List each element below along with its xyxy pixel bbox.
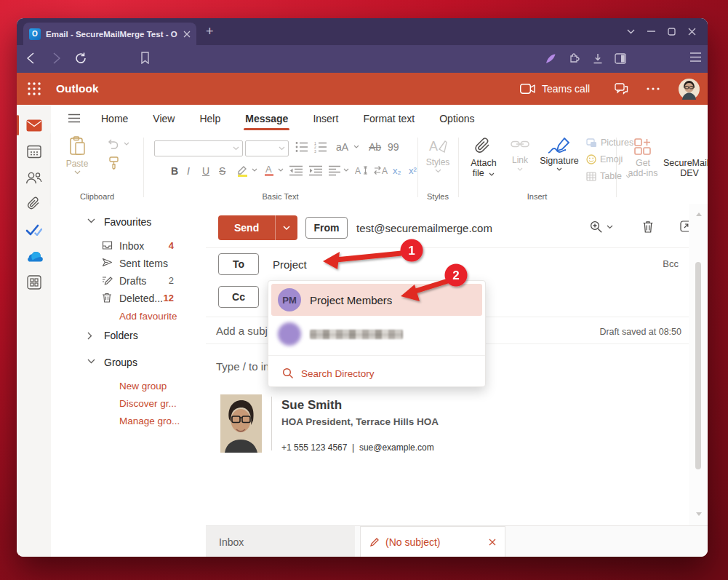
to-input-value[interactable]: Project bbox=[273, 258, 307, 271]
folder-pane-toggle-icon[interactable] bbox=[68, 114, 81, 123]
cc-button[interactable]: Cc bbox=[218, 286, 259, 308]
bullet-list-icon[interactable] bbox=[295, 141, 308, 153]
increase-indent-icon[interactable] bbox=[309, 165, 322, 176]
rail-more-apps-icon[interactable] bbox=[17, 269, 51, 295]
bold-button[interactable]: B bbox=[171, 165, 178, 177]
rail-todo-icon[interactable] bbox=[17, 217, 51, 243]
scroll-down-icon[interactable] bbox=[696, 512, 702, 516]
folder-drafts[interactable]: Drafts bbox=[119, 275, 146, 287]
extensions-icon[interactable] bbox=[568, 53, 580, 65]
highlight-color-button[interactable] bbox=[236, 164, 249, 177]
video-camera-icon[interactable] bbox=[520, 84, 535, 94]
align-button[interactable] bbox=[329, 165, 340, 176]
account-avatar[interactable] bbox=[679, 79, 700, 100]
underline-button[interactable]: U bbox=[202, 165, 209, 177]
compose-scrollbar[interactable] bbox=[689, 204, 708, 525]
suggestion-redacted-contact[interactable] bbox=[271, 318, 482, 350]
app-launcher-waffle-icon[interactable] bbox=[27, 82, 41, 96]
attach-file-button[interactable]: Attachfile bbox=[465, 138, 502, 178]
tab-view[interactable]: View bbox=[151, 110, 176, 127]
add-favourite-link[interactable]: Add favourite bbox=[119, 311, 177, 322]
forward-icon[interactable] bbox=[50, 52, 62, 64]
discard-trash-icon[interactable] bbox=[642, 221, 654, 233]
rail-people-icon[interactable] bbox=[17, 164, 51, 191]
rail-attachments-icon[interactable] bbox=[17, 191, 51, 217]
search-directory-item[interactable]: Search Directory bbox=[271, 357, 482, 389]
zoom-chevron-icon[interactable] bbox=[607, 225, 613, 229]
securemailmerge-addin-button[interactable]: SecureMailMeDEV bbox=[663, 158, 708, 178]
tab-home[interactable]: Home bbox=[100, 110, 129, 127]
back-icon[interactable] bbox=[25, 52, 37, 64]
outlook-brand[interactable]: Outlook bbox=[56, 82, 99, 95]
discover-groups-link[interactable]: Discover gr... bbox=[119, 398, 177, 409]
bcc-toggle[interactable]: Bcc bbox=[663, 258, 679, 269]
more-options-icon[interactable] bbox=[647, 87, 660, 90]
draft-bottom-tab[interactable]: (No subject) bbox=[360, 526, 505, 557]
bookmark-icon[interactable] bbox=[140, 52, 150, 64]
undo-button[interactable] bbox=[106, 139, 119, 149]
reload-icon[interactable] bbox=[75, 52, 87, 64]
link-button[interactable]: Link bbox=[506, 139, 534, 171]
tab-insert[interactable]: Insert bbox=[311, 110, 340, 127]
sidebar-icon[interactable] bbox=[615, 53, 626, 64]
folder-inbox[interactable]: Inbox bbox=[119, 240, 144, 252]
decrease-indent-icon[interactable] bbox=[289, 165, 303, 176]
text-direction-icon[interactable]: A bbox=[374, 164, 388, 176]
numbered-list-icon[interactable]: 123 bbox=[314, 141, 327, 153]
tab-help[interactable]: Help bbox=[198, 110, 222, 127]
rail-onedrive-icon[interactable] bbox=[17, 243, 51, 269]
folders-header[interactable]: Folders bbox=[104, 330, 138, 341]
strikethrough-button[interactable]: S bbox=[219, 165, 225, 177]
tab-message[interactable]: Message bbox=[244, 110, 289, 127]
emoji-button[interactable]: Emoji bbox=[586, 154, 623, 164]
message-body-placeholder[interactable]: Type / to ins bbox=[216, 360, 275, 373]
window-minimize-icon[interactable] bbox=[641, 22, 661, 41]
draft-tab-close-icon[interactable] bbox=[489, 539, 496, 546]
clear-formatting-button[interactable]: Ab bbox=[369, 141, 381, 153]
new-group-link[interactable]: New group bbox=[119, 381, 167, 392]
rail-mail-icon[interactable] bbox=[17, 112, 51, 138]
chat-icon[interactable] bbox=[615, 83, 628, 95]
subscript-button[interactable]: x₂ bbox=[393, 165, 401, 176]
groups-header[interactable]: Groups bbox=[104, 357, 137, 368]
to-button[interactable]: To bbox=[218, 253, 259, 275]
signature-button[interactable]: Signature bbox=[537, 136, 582, 171]
browser-menu-icon[interactable] bbox=[689, 52, 702, 63]
send-options-chevron-icon[interactable] bbox=[276, 215, 297, 240]
align-chevron-icon[interactable] bbox=[343, 168, 349, 172]
favourites-header[interactable]: Favourites bbox=[104, 216, 151, 228]
rail-calendar-icon[interactable] bbox=[17, 138, 51, 164]
inbox-bottom-tab[interactable]: Inbox bbox=[206, 526, 355, 557]
line-spacing-icon[interactable]: A bbox=[355, 164, 368, 176]
window-menu-chevron-icon[interactable] bbox=[620, 22, 641, 41]
manage-groups-link[interactable]: Manage gro... bbox=[119, 416, 180, 426]
folders-expand-icon[interactable] bbox=[87, 332, 92, 340]
superscript-button[interactable]: x² bbox=[409, 165, 417, 176]
from-button[interactable]: From bbox=[305, 217, 348, 239]
new-tab-button[interactable]: + bbox=[206, 24, 214, 39]
window-close-icon[interactable] bbox=[681, 22, 702, 41]
scrollbar-thumb[interactable] bbox=[695, 262, 701, 469]
brave-leo-feather-icon[interactable] bbox=[545, 53, 556, 65]
send-button[interactable]: Send bbox=[218, 215, 276, 240]
change-case-button[interactable]: aA bbox=[336, 141, 348, 153]
subject-field[interactable]: Add a subje bbox=[216, 325, 273, 337]
window-maximize-icon[interactable] bbox=[661, 22, 681, 41]
scroll-up-icon[interactable] bbox=[696, 212, 702, 216]
groups-collapse-icon[interactable] bbox=[87, 359, 95, 364]
tab-format-text[interactable]: Format text bbox=[361, 110, 416, 127]
get-addins-button[interactable]: Getadd-ins bbox=[623, 138, 663, 178]
teams-call-button[interactable]: Teams call bbox=[542, 83, 590, 95]
font-name-select[interactable] bbox=[154, 140, 243, 156]
paste-button[interactable]: Paste bbox=[60, 136, 95, 175]
italic-button[interactable]: I bbox=[187, 165, 190, 177]
downloads-icon[interactable] bbox=[592, 53, 604, 65]
folder-sent-items[interactable]: Sent Items bbox=[119, 258, 168, 269]
quote-button[interactable]: 99 bbox=[388, 141, 399, 153]
tab-options[interactable]: Options bbox=[438, 110, 476, 127]
font-size-select[interactable] bbox=[245, 140, 289, 156]
highlight-chevron-icon[interactable] bbox=[252, 168, 257, 172]
folder-deleted-items[interactable]: Deleted... bbox=[119, 293, 163, 304]
favourites-collapse-icon[interactable] bbox=[87, 218, 95, 223]
send-split-button[interactable]: Send bbox=[218, 215, 297, 240]
